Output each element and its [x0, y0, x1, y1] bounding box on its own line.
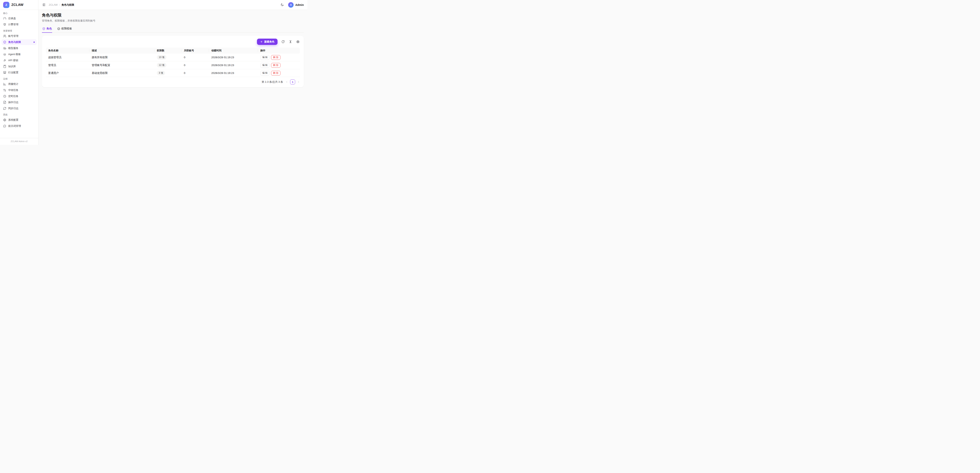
chevron-left-icon — [285, 81, 288, 83]
breadcrumb-separator: / — [59, 3, 60, 6]
topbar: ZCLAW / 角色与权限 A Admin — [38, 0, 307, 10]
sidebar-item-system-config[interactable]: 系统配置 — [2, 117, 37, 123]
sidebar-item-usage-stats[interactable]: 用量统计 — [2, 81, 37, 87]
page-subtitle: 管理角色、权限模板，并将权限批量应用到账号 — [42, 19, 304, 22]
sidebar-item-api-keys[interactable]: API 密钥 — [2, 57, 37, 63]
sidebar-item-label: 仪表盘 — [8, 17, 16, 20]
roles-card: 新建角色 — [42, 36, 304, 87]
edit-role-button[interactable]: 编 辑 — [260, 63, 269, 68]
col-header-actions: 操作 — [258, 48, 300, 54]
sidebar-item-knowledge-base[interactable]: 知识库 — [2, 64, 37, 69]
delete-role-button[interactable]: 删 除 — [271, 71, 280, 75]
sidebar-item-label: 提示词管理 — [8, 124, 21, 128]
sidebar-collapse-button[interactable] — [42, 3, 46, 7]
nav-section-label: 运维 — [2, 77, 37, 80]
cell-role-name: 普通用户 — [46, 69, 89, 77]
sidebar-item-label: 系统配置 — [8, 118, 18, 122]
edit-role-button[interactable]: 编 辑 — [260, 55, 269, 60]
avatar: A — [288, 2, 294, 8]
refresh-icon — [282, 40, 285, 43]
table-header-row: 角色名称 描述 权限数 关联账号 创建时间 操作 — [46, 48, 300, 54]
sidebar-item-label: API 密钥 — [8, 59, 18, 62]
permission-count-badge: 12 项 — [157, 63, 166, 67]
user-menu[interactable]: A Admin — [288, 2, 304, 8]
plus-icon — [260, 40, 263, 43]
cell-created-at: 2026/3/28 01:19:23 — [209, 69, 258, 77]
table-settings-button[interactable] — [296, 40, 300, 44]
sidebar-item-label: 账号管理 — [8, 34, 18, 38]
active-indicator-dot — [33, 41, 35, 43]
user-name: Admin — [295, 3, 304, 6]
gauge-icon — [3, 17, 6, 20]
cell-description: 拥有所有权限 — [89, 54, 154, 61]
file-text-icon — [3, 101, 6, 104]
edit-role-button[interactable]: 编 辑 — [260, 71, 269, 75]
circle-check-icon — [57, 27, 60, 30]
sidebar-item-label: 中转任务 — [8, 88, 18, 92]
new-role-button[interactable]: 新建角色 — [257, 38, 278, 45]
app-logo-letter: Z — [5, 3, 7, 6]
crown-icon — [3, 23, 6, 26]
cell-linked-accounts: 0 — [181, 54, 209, 61]
moon-icon — [280, 3, 284, 6]
sidebar-item-agent-templates[interactable]: Agent 模板 — [2, 51, 37, 57]
sidebar-header: Z ZCLAW — [0, 0, 38, 10]
cell-role-name: 超级管理员 — [46, 54, 89, 61]
row-height-icon — [289, 40, 292, 43]
tab-permission-templates[interactable]: 权限模板 — [57, 27, 72, 33]
pagination-prev-button[interactable] — [285, 81, 288, 83]
clock-icon — [3, 95, 6, 98]
sidebar-item-sync-logs[interactable]: 同步日志 — [2, 105, 37, 111]
theme-toggle-button[interactable] — [280, 3, 284, 7]
breadcrumb-current: 角色与权限 — [62, 3, 74, 7]
tab-roles[interactable]: 角色 — [42, 27, 52, 33]
arrows-left-right-icon — [3, 89, 6, 92]
permission-count-badge: 3 项 — [157, 71, 165, 75]
sidebar-item-label: 用量统计 — [8, 82, 18, 86]
sidebar-item-scheduled-tasks[interactable]: 定时任务 — [2, 93, 37, 99]
shield-check-icon — [3, 41, 6, 44]
roles-table: 角色名称 描述 权限数 关联账号 创建时间 操作 超级管理员 拥有所有权限 10 — [46, 48, 300, 77]
row-actions: 编 辑 删 除 — [260, 63, 298, 68]
delete-role-button[interactable]: 删 除 — [271, 63, 280, 68]
breadcrumb-root[interactable]: ZCLAW — [49, 3, 57, 6]
delete-role-button[interactable]: 删 除 — [271, 55, 280, 60]
store-icon — [3, 71, 6, 74]
cell-description: 管理账号和配置 — [89, 61, 154, 69]
pagination-next-button[interactable] — [297, 81, 300, 83]
cell-created-at: 2026/3/28 01:19:23 — [209, 54, 258, 61]
sidebar-item-label: 同步日志 — [8, 107, 18, 110]
cell-description: 基础使用权限 — [89, 69, 154, 77]
nav-section-resources: 资源管理 账号管理 角色与权限 模型服务 Agent 模板 — [2, 29, 37, 75]
sidebar-item-accounts[interactable]: 账号管理 — [2, 33, 37, 39]
sidebar-item-label: 角色与权限 — [8, 40, 21, 44]
app-title: ZCLAW — [11, 3, 23, 7]
sidebar-nav: 核心 仪表盘 计费管理 资源管理 账号管理 角色与权限 — [0, 10, 38, 138]
page-content: 角色与权限 管理角色、权限模板，并将权限批量应用到账号 角色 权限模板 新建角色 — [38, 10, 307, 145]
sidebar-item-model-services[interactable]: 模型服务 — [2, 45, 37, 51]
table-row: 普通用户 基础使用权限 3 项 0 2026/3/28 01:19:23 编 辑… — [46, 69, 300, 77]
sidebar-item-prompt-management[interactable]: 提示词管理 — [2, 123, 37, 129]
gear-icon — [296, 40, 299, 43]
sidebar-item-roles-permissions[interactable]: 角色与权限 — [2, 39, 37, 45]
nav-section-system: 系统 系统配置 提示词管理 — [2, 113, 37, 129]
col-header-created-at: 创建时间 — [209, 48, 258, 54]
sidebar-item-industry-config[interactable]: 行业配置 — [2, 70, 37, 75]
sidebar-item-dashboard[interactable]: 仪表盘 — [2, 16, 37, 21]
refresh-table-button[interactable] — [281, 40, 285, 44]
gear-icon — [3, 118, 6, 121]
sidebar-item-label: 模型服务 — [8, 46, 18, 50]
row-density-button[interactable] — [288, 40, 293, 44]
nav-section-label: 系统 — [2, 113, 37, 116]
sidebar-item-operation-logs[interactable]: 操作日志 — [2, 99, 37, 105]
sidebar-item-label: 定时任务 — [8, 94, 18, 98]
sidebar: Z ZCLAW 核心 仪表盘 计费管理 资源管理 账号管理 — [0, 0, 38, 145]
sidebar-item-billing[interactable]: 计费管理 — [2, 22, 37, 27]
topbar-right: A Admin — [280, 2, 304, 8]
sidebar-item-relay-tasks[interactable]: 中转任务 — [2, 87, 37, 93]
pagination-summary: 第 1-3 条/总共 3 条 — [262, 80, 283, 84]
pagination-page-1-button[interactable]: 1 — [290, 80, 295, 84]
new-role-label: 新建角色 — [264, 40, 274, 43]
bot-icon — [3, 53, 6, 56]
sidebar-item-label: 行业配置 — [8, 71, 18, 74]
